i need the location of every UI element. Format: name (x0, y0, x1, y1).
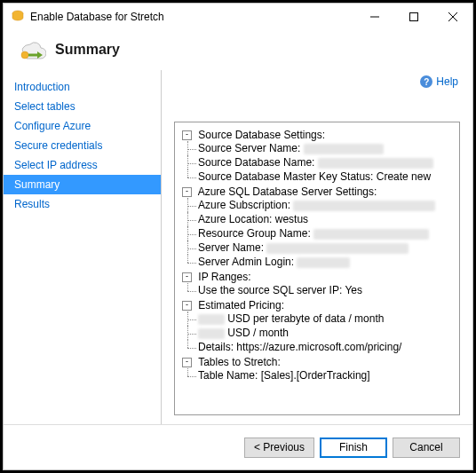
footer: < Previous Finish Cancel (4, 424, 472, 469)
tree-leaf: USD per terabyte of data / month (227, 312, 384, 325)
nav-results[interactable]: Results (4, 194, 161, 214)
wizard-window: Enable Database for Stretch Summary (3, 3, 473, 470)
nav-secure-credentials[interactable]: Secure credentials (4, 136, 161, 155)
nav-configure-azure[interactable]: Configure Azure (4, 116, 161, 136)
redacted-value: . (198, 314, 225, 325)
tree-leaf: Details: https://azure.microsoft.com/pri… (198, 341, 401, 353)
minimize-button[interactable] (355, 4, 394, 30)
svg-rect-3 (410, 13, 418, 21)
nav-select-ip[interactable]: Select IP address (4, 155, 161, 175)
window-title: Enable Database for Stretch (30, 11, 355, 23)
collapse-icon[interactable]: - (182, 187, 192, 197)
previous-button[interactable]: < Previous (244, 438, 314, 458)
finish-button[interactable]: Finish (320, 438, 387, 458)
help-label: Help (436, 75, 458, 88)
tree-leaf: USD / month (227, 327, 289, 339)
tree-leaf: Server Name: (198, 241, 264, 254)
help-icon: ? (420, 75, 432, 88)
redacted-value: . (318, 158, 433, 169)
nav-select-tables[interactable]: Select tables (4, 97, 161, 116)
sidebar-nav: Introduction Select tables Configure Azu… (4, 70, 162, 424)
tree-leaf: Azure Location: westus (198, 213, 308, 225)
redacted-value: . (313, 229, 429, 240)
page-title: Summary (55, 42, 120, 58)
tree-leaf: Use the source SQL server IP: Yes (198, 284, 362, 296)
cancel-button[interactable]: Cancel (393, 438, 460, 458)
maximize-button[interactable] (394, 4, 433, 30)
app-icon (11, 10, 25, 24)
tree-leaf: Resource Group Name: (198, 227, 311, 240)
redacted-value: . (304, 144, 384, 154)
nav-introduction[interactable]: Introduction (4, 77, 161, 97)
collapse-icon[interactable]: - (182, 130, 192, 140)
collapse-icon[interactable]: - (182, 358, 192, 367)
tree-leaf: Source Database Master Key Status: Creat… (198, 170, 431, 183)
tree-node-label: Source Database Settings: (198, 129, 325, 141)
main-panel: ? Help - Source Database Settings: Sourc… (162, 70, 472, 424)
tree-node-label: Azure SQL Database Server Settings: (198, 185, 377, 198)
redacted-value: . (266, 243, 409, 254)
tree-leaf: Server Admin Login: (198, 256, 294, 268)
help-link[interactable]: ? Help (420, 75, 458, 88)
content-area: Introduction Select tables Configure Azu… (4, 70, 472, 424)
tree-leaf: Azure Subscription: (198, 199, 290, 211)
nav-summary[interactable]: Summary (4, 175, 161, 194)
tree-leaf: Table Name: [Sales].[OrderTracking] (198, 369, 370, 382)
svg-point-6 (21, 51, 28, 59)
tree-leaf: Source Server Name: (198, 142, 300, 154)
redacted-value: . (198, 328, 225, 339)
collapse-icon[interactable]: - (182, 301, 192, 311)
redacted-value: . (297, 257, 350, 268)
summary-tree[interactable]: - Source Database Settings: Source Serve… (174, 122, 460, 415)
tree-node-label: IP Ranges: (198, 271, 250, 283)
page-header: Summary (4, 30, 472, 70)
redacted-value: . (293, 201, 435, 211)
close-button[interactable] (433, 4, 472, 30)
window-controls (355, 4, 472, 30)
collapse-icon[interactable]: - (182, 272, 192, 282)
header-icon (18, 35, 46, 64)
tree-node-label: Tables to Stretch: (198, 356, 281, 368)
tree-node-label: Estimated Pricing: (198, 299, 284, 311)
titlebar: Enable Database for Stretch (4, 4, 472, 30)
tree-leaf: Source Database Name: (198, 156, 314, 169)
